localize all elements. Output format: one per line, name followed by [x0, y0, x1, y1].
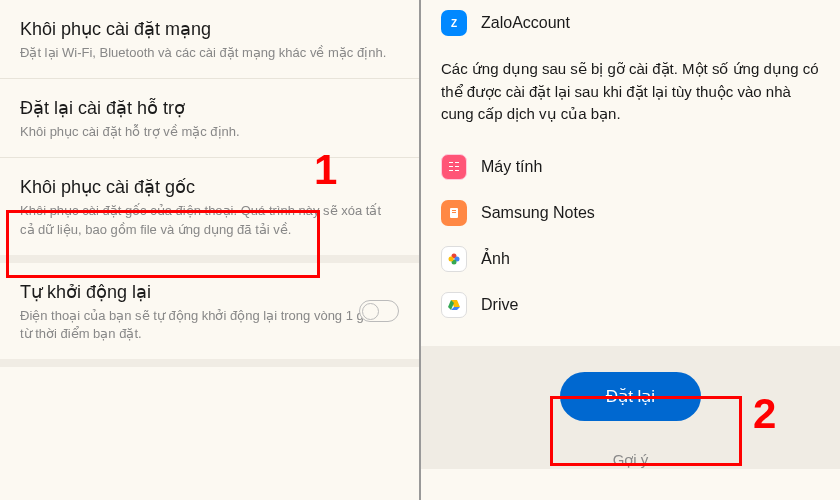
- svg-rect-8: [452, 212, 456, 213]
- svg-rect-3: [455, 166, 459, 167]
- factory-reset-item[interactable]: Khôi phục cài đặt gốc Khôi phục cài đặt …: [0, 158, 419, 254]
- reset-network-item[interactable]: Khôi phục cài đặt mạng Đặt lại Wi-Fi, Bl…: [0, 0, 419, 78]
- item-title: Tự khởi động lại: [20, 281, 399, 303]
- hint-label: Gợi ý: [421, 441, 840, 469]
- item-desc: Điện thoại của bạn sẽ tự động khởi động …: [20, 307, 399, 343]
- app-row-notes: Samsung Notes: [421, 190, 840, 236]
- account-row: Z ZaloAccount: [421, 0, 840, 46]
- app-label: Samsung Notes: [481, 204, 595, 222]
- button-area: Đặt lại: [421, 346, 840, 441]
- section-divider: [0, 359, 419, 367]
- zalo-icon: Z: [441, 10, 467, 36]
- app-label: Drive: [481, 296, 518, 314]
- auto-restart-toggle[interactable]: [359, 300, 399, 322]
- svg-rect-1: [455, 162, 459, 163]
- auto-restart-item[interactable]: Tự khởi động lại Điện thoại của bạn sẽ t…: [0, 263, 419, 359]
- svg-rect-2: [449, 166, 453, 167]
- item-desc: Khôi phục cài đặt gốc của điện thoại. Qu…: [20, 202, 399, 238]
- calculator-icon: [441, 154, 467, 180]
- confirm-reset-panel: Z ZaloAccount Các ứng dụng sau sẽ bị gỡ …: [421, 0, 840, 500]
- app-label: Máy tính: [481, 158, 542, 176]
- app-label: Ảnh: [481, 249, 510, 268]
- photos-icon: [441, 246, 467, 272]
- reset-accessibility-item[interactable]: Đặt lại cài đặt hỗ trợ Khôi phục cài đặt…: [0, 79, 419, 157]
- uninstall-warning: Các ứng dụng sau sẽ bị gỡ cài đặt. Một s…: [421, 46, 840, 144]
- item-title: Khôi phục cài đặt mạng: [20, 18, 399, 40]
- item-desc: Đặt lại Wi-Fi, Bluetooth và các cài đặt …: [20, 44, 399, 62]
- svg-rect-5: [455, 170, 459, 171]
- section-divider: [0, 255, 419, 263]
- svg-rect-0: [449, 162, 453, 163]
- settings-list-panel: Khôi phục cài đặt mạng Đặt lại Wi-Fi, Bl…: [0, 0, 421, 500]
- app-row-photos: Ảnh: [421, 236, 840, 282]
- item-title: Khôi phục cài đặt gốc: [20, 176, 399, 198]
- app-row-drive: Drive: [421, 282, 840, 328]
- svg-point-12: [449, 256, 454, 261]
- svg-rect-4: [449, 170, 453, 171]
- notes-icon: [441, 200, 467, 226]
- item-title: Đặt lại cài đặt hỗ trợ: [20, 97, 399, 119]
- app-row-calculator: Máy tính: [421, 144, 840, 190]
- item-desc: Khôi phục cài đặt hỗ trợ về mặc định.: [20, 123, 399, 141]
- account-name: ZaloAccount: [481, 14, 570, 32]
- spacer: [421, 328, 840, 346]
- drive-icon: [441, 292, 467, 318]
- svg-rect-7: [452, 210, 456, 211]
- reset-button[interactable]: Đặt lại: [560, 372, 701, 421]
